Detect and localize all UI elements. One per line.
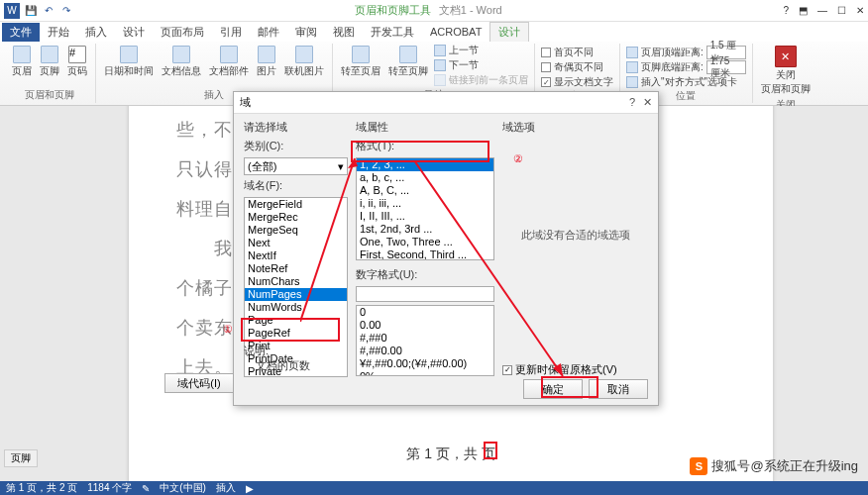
tab-hf-design[interactable]: 设计: [489, 22, 529, 42]
document-title: 文档1 - Word: [439, 3, 502, 18]
numformat-item[interactable]: #,##0.00: [357, 345, 493, 357]
field-item[interactable]: NoteRef: [245, 262, 347, 275]
number-format-input[interactable]: [356, 286, 494, 302]
contextual-tab-label: 页眉和页脚工具: [355, 3, 431, 18]
footer-tab-label: 页脚: [4, 449, 38, 467]
field-properties-label: 域属性: [356, 120, 494, 135]
field-item[interactable]: Page: [245, 314, 347, 327]
field-name-label: 域名(F):: [244, 178, 348, 193]
field-item[interactable]: PageRef: [245, 327, 347, 340]
tab-layout[interactable]: 页面布局: [153, 23, 212, 42]
close-header-footer-button[interactable]: ✕关闭 页眉和页脚: [759, 44, 813, 98]
picture-button[interactable]: 图片: [255, 44, 278, 80]
field-item[interactable]: MergeRec: [245, 211, 347, 224]
different-odd-even-checkbox[interactable]: 奇偶页不同: [541, 60, 613, 74]
preserve-formatting-checkbox[interactable]: ✓更新时保留原格式(V): [502, 362, 648, 377]
field-dialog: 域 ?✕ 请选择域 类别(C): (全部)▾ 域名(F): MergeField…: [233, 91, 659, 406]
format-item[interactable]: One, Two, Three ...: [357, 236, 493, 248]
format-item[interactable]: a, b, c, ...: [357, 171, 493, 184]
tab-insert[interactable]: 插入: [77, 23, 115, 42]
ok-button[interactable]: 确定: [523, 379, 583, 399]
dialog-close-icon[interactable]: ✕: [643, 96, 652, 109]
footer-distance-spinner[interactable]: 1.75 厘米: [706, 60, 746, 74]
minimize-icon[interactable]: —: [817, 5, 827, 16]
status-page[interactable]: 第 1 页，共 2 页: [6, 481, 77, 495]
show-document-text-checkbox[interactable]: ✓显示文档文字: [541, 75, 613, 89]
goto-header-button[interactable]: 转至页眉: [339, 44, 382, 80]
footer-text[interactable]: 第 1 页，共 页: [129, 446, 773, 463]
save-icon[interactable]: 💾: [24, 4, 38, 18]
field-item[interactable]: MergeField: [245, 198, 347, 211]
tab-view[interactable]: 视图: [325, 23, 363, 42]
quick-access-toolbar: W 💾 ↶ ↷: [4, 3, 73, 19]
numformat-item[interactable]: 0.00: [357, 319, 493, 332]
format-item[interactable]: First, Second, Third ...: [357, 248, 493, 260]
dialog-help-icon[interactable]: ?: [629, 96, 635, 109]
tab-file[interactable]: 文件: [2, 23, 40, 42]
tab-references[interactable]: 引用: [212, 23, 250, 42]
chevron-down-icon: ▾: [338, 160, 344, 173]
doc-info-button[interactable]: 文档信息: [160, 44, 203, 80]
field-codes-button[interactable]: 域代码(I): [164, 373, 234, 393]
ribbon-toggle-icon[interactable]: ⬒: [799, 5, 808, 16]
watermark: S 搜狐号@系统正在升级ing: [690, 457, 858, 475]
tab-mailings[interactable]: 邮件: [250, 23, 287, 42]
field-item[interactable]: NumWords: [245, 301, 347, 314]
field-item[interactable]: MergeSeq: [245, 224, 347, 237]
maximize-icon[interactable]: ☐: [837, 5, 846, 16]
format-label: 格式(T):: [356, 139, 494, 153]
tab-home[interactable]: 开始: [40, 23, 77, 42]
format-item[interactable]: 1, 2, 3, ...: [357, 158, 493, 171]
title-bar: W 💾 ↶ ↷ 页眉和页脚工具 文档1 - Word ? ⬒ — ☐ ✕: [0, 0, 868, 22]
date-time-button[interactable]: 日期和时间: [102, 44, 156, 80]
tab-developer[interactable]: 开发工具: [363, 23, 422, 42]
link-previous-button[interactable]: 链接到前一条页眉: [434, 73, 528, 87]
goto-footer-button[interactable]: 转至页脚: [386, 44, 430, 80]
status-language[interactable]: 中文(中国): [160, 481, 206, 495]
quick-parts-button[interactable]: 文档部件: [207, 44, 251, 80]
field-item[interactable]: NumChars: [245, 275, 347, 288]
undo-icon[interactable]: ↶: [42, 4, 55, 18]
tab-design-main[interactable]: 设计: [115, 23, 153, 42]
status-word-count[interactable]: 1184 个字: [87, 481, 132, 495]
page-number-button[interactable]: #页码: [65, 44, 89, 80]
numformat-item[interactable]: ¥#,##0.00;(¥#,##0.00): [357, 357, 493, 370]
different-first-page-checkbox[interactable]: 首页不同: [541, 46, 613, 59]
cancel-button[interactable]: 取消: [589, 379, 648, 399]
format-item[interactable]: I, II, III, ...: [357, 210, 493, 223]
insert-alignment-tab-button[interactable]: 插入"对齐方式"选项卡: [626, 75, 746, 89]
number-format-label: 数字格式(U):: [356, 267, 494, 282]
field-item[interactable]: NumPages: [245, 288, 347, 301]
numformat-item[interactable]: 0: [357, 306, 493, 319]
help-icon[interactable]: ?: [783, 5, 789, 16]
format-list[interactable]: 1, 2, 3, ...a, b, c, ...A, B, C, ...i, i…: [356, 157, 494, 260]
close-icon[interactable]: ✕: [856, 5, 864, 16]
word-icon: W: [4, 3, 20, 19]
status-macro-icon[interactable]: ▶: [246, 483, 254, 494]
field-options-label: 域选项: [502, 120, 648, 135]
description-area: 说明: 文档的页数: [244, 344, 310, 373]
online-picture-button[interactable]: 联机图片: [282, 44, 326, 80]
number-format-list[interactable]: 00.00#,##0#,##0.00¥#,##0.00;(¥#,##0.00)0…: [356, 305, 494, 376]
header-button[interactable]: 页眉: [10, 44, 34, 80]
category-dropdown[interactable]: (全部)▾: [244, 157, 348, 175]
footer-button[interactable]: 页脚: [38, 44, 61, 80]
no-options-text: 此域没有合适的域选项: [502, 139, 648, 300]
format-item[interactable]: 1st, 2nd, 3rd ...: [357, 223, 493, 236]
group-header-footer: 页眉 页脚 #页码 页眉和页脚: [4, 44, 96, 103]
tab-review[interactable]: 审阅: [287, 23, 325, 42]
redo-icon[interactable]: ↷: [59, 4, 73, 18]
sohu-logo-icon: S: [690, 457, 707, 475]
format-item[interactable]: i, ii, iii, ...: [357, 197, 493, 210]
previous-section-button[interactable]: 上一节: [434, 44, 528, 57]
status-insert-mode[interactable]: 插入: [216, 481, 236, 495]
field-item[interactable]: Next: [245, 237, 347, 249]
tab-acrobat[interactable]: ACROBAT: [422, 24, 489, 40]
numformat-item[interactable]: #,##0: [357, 332, 493, 345]
format-item[interactable]: A, B, C, ...: [357, 184, 493, 197]
next-section-button[interactable]: 下一节: [434, 58, 528, 72]
select-field-label: 请选择域: [244, 120, 348, 135]
field-item[interactable]: NextIf: [245, 249, 347, 262]
numformat-item[interactable]: 0%: [357, 370, 493, 376]
status-proofing-icon[interactable]: ✎: [142, 483, 150, 494]
